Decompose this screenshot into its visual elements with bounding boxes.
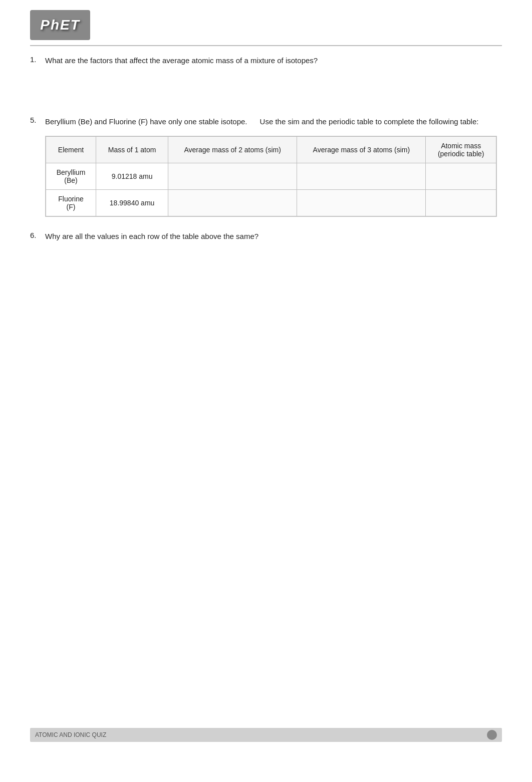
fluorine-mass: 18.99840 amu bbox=[96, 189, 168, 216]
fluorine-avg3[interactable] bbox=[297, 189, 426, 216]
q6-content: Why are all the values in each row of th… bbox=[45, 231, 497, 247]
col-avg-3: Average mass of 3 atoms (sim) bbox=[297, 136, 426, 163]
beryllium-atomic-mass[interactable] bbox=[426, 163, 496, 189]
isotope-table: Element Mass of 1 atom Average mass of 2… bbox=[46, 136, 496, 216]
phet-logo: PhET bbox=[30, 10, 90, 40]
table-header-row: Element Mass of 1 atom Average mass of 2… bbox=[46, 136, 496, 163]
beryllium-avg2[interactable] bbox=[168, 163, 297, 189]
logo-text: PhET bbox=[40, 17, 80, 33]
q5-intro: Beryllium (Be) and Fluorine (F) have onl… bbox=[45, 116, 497, 128]
q1-text: What are the factors that affect the ave… bbox=[45, 55, 497, 67]
q6-text: Why are all the values in each row of th… bbox=[45, 231, 497, 242]
q6-number: 6. bbox=[30, 231, 45, 239]
q1-number: 1. bbox=[30, 55, 45, 64]
element-fluorine: Fluorine(F) bbox=[46, 189, 96, 216]
col-avg-2: Average mass of 2 atoms (sim) bbox=[168, 136, 297, 163]
table-row: Beryllium(Be) 9.01218 amu bbox=[46, 163, 496, 189]
element-beryllium: Beryllium(Be) bbox=[46, 163, 96, 189]
beryllium-mass: 9.01218 amu bbox=[96, 163, 168, 189]
table-row: Fluorine(F) 18.99840 amu bbox=[46, 189, 496, 216]
col-element: Element bbox=[46, 136, 96, 163]
col-mass-1: Mass of 1 atom bbox=[96, 136, 168, 163]
header-divider bbox=[30, 45, 502, 46]
fluorine-atomic-mass[interactable] bbox=[426, 189, 496, 216]
isotope-table-container: Element Mass of 1 atom Average mass of 2… bbox=[45, 136, 497, 217]
q5-number: 5. bbox=[30, 116, 45, 124]
question-1-block: 1. What are the factors that affect the … bbox=[30, 55, 502, 72]
page-header: PhET bbox=[30, 10, 502, 40]
col-atomic-mass: Atomic mass (periodic table) bbox=[426, 136, 496, 163]
question-5-block: 5. Beryllium (Be) and Fluorine (F) have … bbox=[30, 116, 502, 217]
q5-content: Beryllium (Be) and Fluorine (F) have onl… bbox=[45, 116, 497, 217]
spacer-1 bbox=[30, 86, 502, 116]
footer-bar: ATOMIC AND IONIC QUIZ bbox=[30, 728, 502, 742]
footer-text: ATOMIC AND IONIC QUIZ bbox=[35, 731, 487, 738]
footer-icon bbox=[487, 730, 497, 740]
q1-content: What are the factors that affect the ave… bbox=[45, 55, 497, 72]
beryllium-avg3[interactable] bbox=[297, 163, 426, 189]
fluorine-avg2[interactable] bbox=[168, 189, 297, 216]
question-6-block: 6. Why are all the values in each row of… bbox=[30, 231, 502, 247]
